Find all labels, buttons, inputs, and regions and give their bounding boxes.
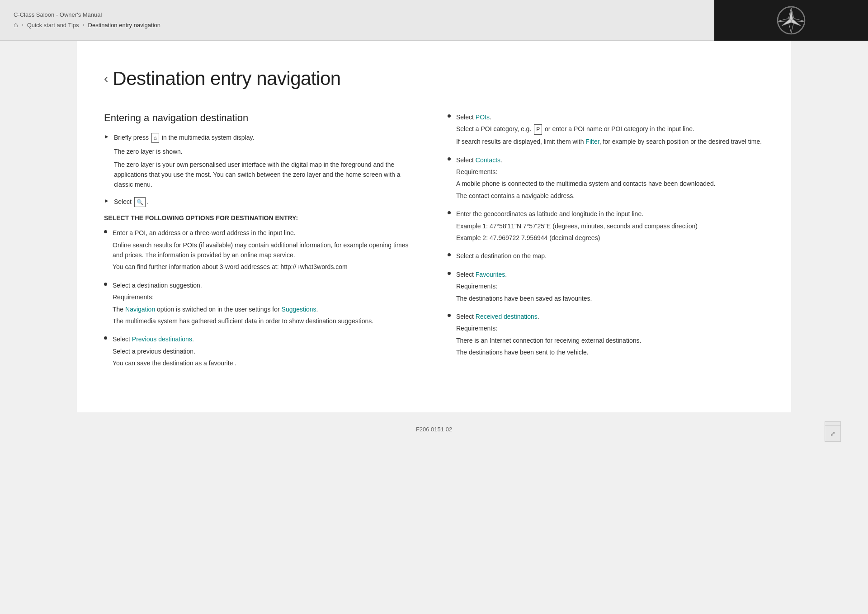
logo-area [714, 0, 868, 41]
right-b2-sub1: Requirements: [456, 167, 764, 177]
right-b2-sub2: A mobile phone is connected to the multi… [456, 179, 764, 189]
footer-code: F206 0151 02 [416, 426, 452, 433]
right-column: Select POIs. Select a POI category, e.g.… [448, 112, 764, 376]
left-bullet-3: Select Previous destinations. Select a p… [104, 334, 420, 370]
right-bullet-5-content: Select Favourites. Requirements: The des… [456, 269, 764, 305]
step-2-arrow: ► Select 🔍. [104, 197, 420, 207]
suggestions-link[interactable]: Suggestions [282, 306, 316, 313]
right-bullet-4-content: Select a destination on the map. [456, 251, 764, 263]
right-bullet-6: Select Received destinations. Requiremen… [448, 312, 764, 359]
navigation-link[interactable]: Navigation [125, 306, 155, 313]
p-icon: P [534, 124, 542, 135]
right-bullet-dot-2 [448, 157, 451, 161]
previous-destinations-link[interactable]: Previous destinations [132, 335, 192, 343]
right-b6-sub3: The destinations have been sent to the v… [456, 347, 764, 357]
two-column-layout: Entering a navigation destination ► Brie… [104, 112, 764, 376]
step-1-text: Briefly press ⌂ in the multimedia system… [114, 133, 254, 143]
manual-title: C-Class Saloon - Owner's Manual [14, 11, 160, 18]
content-wrapper: ‹ Destination entry navigation Entering … [77, 41, 791, 412]
filter-link[interactable]: Filter [585, 138, 599, 145]
right-bullet-5: Select Favourites. Requirements: The des… [448, 269, 764, 305]
back-arrow-icon[interactable]: ‹ [104, 71, 108, 86]
arrow-icon-1: ► [104, 133, 109, 140]
right-bullet-dot-3 [448, 211, 451, 214]
right-bullet-dot-5 [448, 272, 451, 275]
right-b6-main: Select Received destinations. [456, 312, 764, 321]
right-bullet-2: Select Contacts. Requirements: A mobile … [448, 155, 764, 203]
bullet-dot-1 [104, 230, 107, 233]
right-b3-sub1: Example 1: 47°58'11"N 7°57'25"E (degrees… [456, 221, 764, 231]
left-bullet-2: Select a destination suggestion. Require… [104, 280, 420, 328]
page-footer: F206 0151 02 ∧ ⤢ [0, 412, 868, 446]
right-b1-sub1: Select a POI category, e.g. P or enter a… [456, 124, 764, 135]
search-button-icon: 🔍 [134, 197, 146, 207]
right-b6-sub1: Requirements: [456, 323, 764, 333]
right-b5-main: Select Favourites. [456, 269, 764, 279]
right-b2-sub3: The contact contains a navigable address… [456, 191, 764, 201]
right-bullet-3-content: Enter the geocoordinates as latitude and… [456, 209, 764, 245]
right-b5-sub2: The destinations have been saved as favo… [456, 293, 764, 303]
right-bullet-4: Select a destination on the map. [448, 251, 764, 263]
right-b6-sub2: There is an Internet connection for rece… [456, 335, 764, 345]
mercedes-star-icon [777, 6, 806, 35]
right-bullet-1: Select POIs. Select a POI category, e.g.… [448, 112, 764, 149]
right-b2-main: Select Contacts. [456, 155, 764, 165]
bullet-dot-2 [104, 283, 107, 286]
left-b1-main: Enter a POI, an address or a three-word … [113, 228, 420, 238]
right-b1-main: Select POIs. [456, 112, 764, 122]
left-b2-sub1: Requirements: [113, 292, 420, 302]
left-b3-sub1: Select a previous destination. [113, 346, 420, 356]
right-bullet-dot-6 [448, 314, 451, 317]
contacts-link[interactable]: Contacts [476, 156, 500, 164]
page-title: Destination entry navigation [113, 68, 340, 90]
breadcrumb-link-quickstart[interactable]: Quick start and Tips [27, 22, 79, 28]
right-bullet-dot-4 [448, 253, 451, 256]
left-b2-main: Select a destination suggestion. [113, 280, 420, 290]
right-b1-sub2: If search results are displayed, limit t… [456, 137, 764, 146]
left-b1-sub1: Online search results for POIs (if avail… [113, 240, 420, 260]
bold-options-label: SELECT THE FOLLOWING OPTIONS FOR DESTINA… [104, 214, 420, 222]
pois-link[interactable]: POIs [476, 113, 490, 121]
left-bullet-1-content: Enter a POI, an address or a three-word … [113, 228, 420, 274]
right-b4-main: Select a destination on the map. [456, 251, 764, 261]
left-b3-main: Select Previous destinations. [113, 334, 420, 344]
resize-button[interactable]: ⤢ [825, 425, 841, 442]
left-b1-sub2: You can find further information about 3… [113, 262, 420, 272]
step-2-block: ► Select 🔍. [104, 197, 420, 207]
left-b3-sub2: You can save the destination as a favour… [113, 358, 420, 368]
received-destinations-link[interactable]: Received destinations [476, 313, 538, 320]
right-bullet-1-content: Select POIs. Select a POI category, e.g.… [456, 112, 764, 149]
breadcrumb-sep-2: › [83, 22, 85, 28]
section-heading: Entering a navigation destination [104, 112, 420, 124]
breadcrumb: ⌂ › Quick start and Tips › Destination e… [14, 21, 160, 29]
page-title-row: ‹ Destination entry navigation [104, 68, 764, 90]
favourites-link[interactable]: Favourites [476, 271, 505, 278]
step-2-text: Select 🔍. [114, 197, 148, 207]
right-bullet-list: Select POIs. Select a POI category, e.g.… [448, 112, 764, 359]
breadcrumb-sep-1: › [22, 22, 24, 28]
right-bullet-dot-1 [448, 114, 451, 118]
right-b3-main: Enter the geocoordinates as latitude and… [456, 209, 764, 219]
header: C-Class Saloon - Owner's Manual ⌂ › Quic… [0, 0, 868, 41]
right-bullet-2-content: Select Contacts. Requirements: A mobile … [456, 155, 764, 203]
step-1-arrow: ► Briefly press ⌂ in the multimedia syst… [104, 133, 420, 143]
step-1-block: ► Briefly press ⌂ in the multimedia syst… [104, 133, 420, 190]
left-bullet-3-content: Select Previous destinations. Select a p… [113, 334, 420, 370]
step-1-sub1: The zero layer is shown. [114, 146, 420, 156]
left-column: Entering a navigation destination ► Brie… [104, 112, 420, 376]
step-1-sub2: The zero layer is your own personalised … [114, 160, 420, 190]
left-b2-sub3: The multimedia system has gathered suffi… [113, 316, 420, 326]
left-bullet-list: Enter a POI, an address or a three-word … [104, 228, 420, 370]
left-b2-sub2: The Navigation option is switched on in … [113, 304, 420, 314]
right-bullet-6-content: Select Received destinations. Requiremen… [456, 312, 764, 359]
arrow-icon-2: ► [104, 198, 109, 204]
right-b5-sub1: Requirements: [456, 281, 764, 291]
left-bullet-1: Enter a POI, an address or a three-word … [104, 228, 420, 274]
header-left: C-Class Saloon - Owner's Manual ⌂ › Quic… [14, 11, 160, 29]
bullet-dot-3 [104, 336, 107, 340]
home-button-icon: ⌂ [151, 133, 159, 143]
right-b3-sub2: Example 2: 47.969722 7.956944 (decimal d… [456, 233, 764, 243]
home-icon[interactable]: ⌂ [14, 21, 18, 29]
breadcrumb-current: Destination entry navigation [88, 22, 160, 28]
right-bullet-3: Enter the geocoordinates as latitude and… [448, 209, 764, 245]
